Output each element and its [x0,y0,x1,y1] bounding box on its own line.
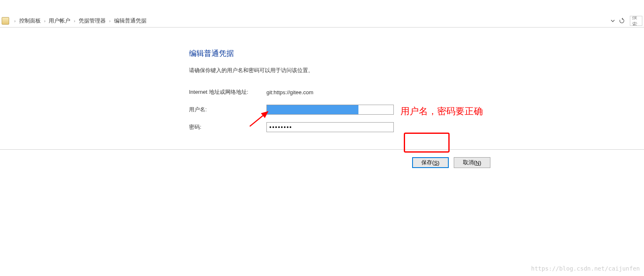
breadcrumb-controls: 搜索 [608,16,642,26]
annotation-text: 用户名，密码要正确 [400,105,483,118]
button-bar: 保存(S) 取消(N) [0,149,644,168]
chevron-right-icon: › [74,18,75,23]
chevron-right-icon: › [109,18,111,23]
search-placeholder: 搜索 [632,16,642,26]
password-row: 密码: [189,122,644,133]
watermark-text: https://blog.csdn.net/caijunfen [531,265,640,272]
breadcrumb-credential-manager[interactable]: 凭据管理器 [77,16,107,25]
breadcrumb-edit-credential[interactable]: 编辑普通凭据 [112,16,148,25]
folder-icon [2,17,9,25]
history-dropdown-button[interactable] [608,16,617,26]
refresh-button[interactable] [617,16,627,26]
page-title: 编辑普通凭据 [189,48,644,58]
content-area: 编辑普通凭据 请确保你键入的用户名和密码可以用于访问该位置。 Internet … [0,28,644,133]
address-value: git:https://gitee.com [266,89,313,95]
cancel-button[interactable]: 取消(N) [454,157,490,168]
address-row: Internet 地址或网络地址: git:https://gitee.com [189,87,644,98]
chevron-right-icon: › [14,18,16,23]
breadcrumb-bar: › 控制面板 › 用户帐户 › 凭据管理器 › 编辑普通凭据 搜索 [0,14,644,28]
breadcrumb-user-accounts[interactable]: 用户帐户 [47,16,72,25]
username-redacted-overlay [267,105,358,114]
save-button[interactable]: 保存(S) [412,157,449,168]
address-label: Internet 地址或网络地址: [189,88,266,96]
password-input[interactable] [266,122,394,132]
search-input[interactable]: 搜索 [630,16,642,26]
username-label: 用户名: [189,106,266,113]
password-label: 密码: [189,123,266,131]
chevron-right-icon: › [44,18,46,23]
username-input[interactable] [266,105,394,115]
instructions-text: 请确保你键入的用户名和密码可以用于访问该位置。 [189,67,644,74]
breadcrumb-control-panel[interactable]: 控制面板 [17,16,42,25]
